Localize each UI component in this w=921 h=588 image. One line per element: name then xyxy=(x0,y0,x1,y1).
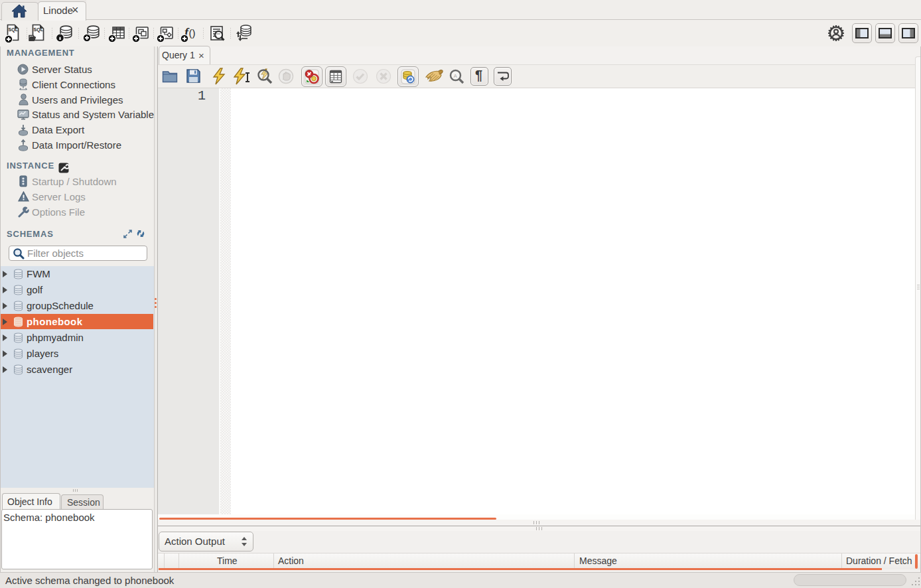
svg-text:(): () xyxy=(189,27,196,38)
svg-text:A: A xyxy=(454,73,458,79)
